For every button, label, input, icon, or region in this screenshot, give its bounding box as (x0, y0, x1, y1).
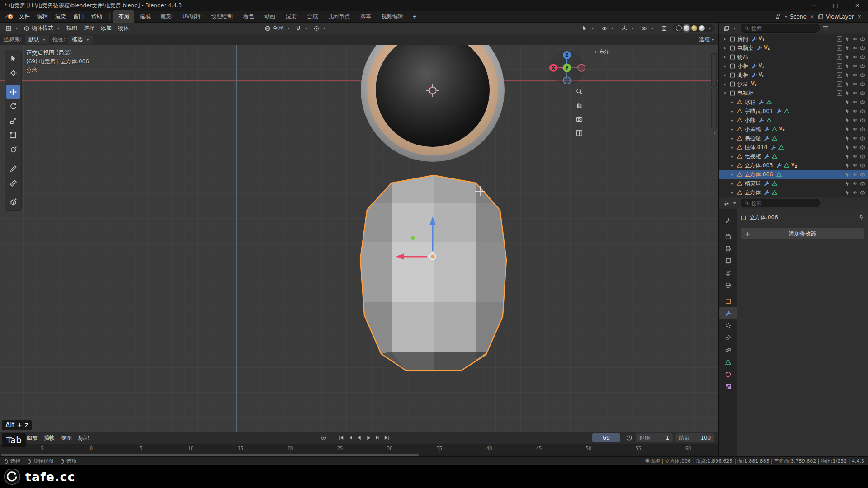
overlays-toggle[interactable] (639, 24, 656, 33)
workspace-tab[interactable]: 动画 (259, 10, 280, 23)
expand-icon[interactable]: ▸ (730, 136, 735, 141)
workspace-tab[interactable]: 渲染 (281, 10, 302, 23)
tool-move[interactable] (6, 85, 20, 99)
expand-icon[interactable]: ▸ (722, 55, 727, 59)
add-workspace-button[interactable]: + (409, 12, 420, 22)
scene-selector[interactable]: Scene (790, 14, 807, 20)
outliner-row[interactable]: ▸房间V1✓ (719, 34, 868, 43)
workspace-tab[interactable]: 纹理绘制 (206, 10, 238, 23)
selected-object-barrel[interactable] (360, 175, 506, 371)
render-visibility-icon[interactable] (860, 136, 865, 141)
hide-toggle-icon[interactable] (852, 127, 858, 132)
workspace-tab[interactable]: 视频编辑 (377, 10, 408, 23)
properties-tab-particles[interactable] (719, 319, 737, 332)
render-visibility-icon[interactable] (860, 108, 865, 114)
render-visibility-icon[interactable] (860, 54, 865, 60)
properties-tab-texture[interactable] (719, 380, 737, 393)
expand-icon[interactable]: ▸ (730, 127, 735, 131)
keying-clock-button[interactable] (625, 433, 634, 442)
workspace-tab[interactable]: 着色 (238, 10, 259, 23)
expand-icon[interactable]: ▸ (722, 37, 727, 41)
selectable-toggle-icon[interactable] (844, 63, 850, 69)
add-modifier-button[interactable]: + 添加修改器 (741, 228, 864, 239)
pan-hand-button[interactable] (578, 103, 581, 108)
selectable-toggle-icon[interactable] (844, 45, 850, 51)
expand-icon[interactable]: ▸ (722, 46, 727, 50)
selectable-toggle-icon[interactable] (844, 127, 850, 132)
tool-annotate[interactable] (6, 162, 20, 175)
outliner-row[interactable]: ▸宇航员.001 (719, 107, 868, 116)
properties-editor-type-button[interactable] (722, 199, 738, 207)
transform-orientation-selector[interactable]: 全局 (263, 23, 292, 33)
expand-icon[interactable]: ▸ (730, 100, 735, 104)
properties-tab-material[interactable] (719, 368, 737, 380)
jump-end-button[interactable] (382, 433, 391, 442)
render-visibility-icon[interactable] (860, 63, 865, 69)
collection-checkbox[interactable]: ✓ (837, 45, 842, 51)
play-reverse-button[interactable] (355, 433, 363, 442)
visibility-dropdown[interactable] (599, 24, 616, 33)
hide-toggle-icon[interactable] (852, 54, 858, 60)
outliner-row[interactable]: ▸沙发V7✓ (719, 80, 868, 89)
hide-toggle-icon[interactable] (852, 181, 858, 186)
rendered-shading-button[interactable] (699, 25, 705, 31)
outliner-row[interactable]: ▾电视柜✓ (719, 89, 868, 98)
snap-toggle[interactable] (293, 24, 310, 33)
selectable-toggle-icon[interactable] (844, 90, 850, 96)
render-visibility-icon[interactable] (860, 154, 865, 159)
workspace-tab[interactable]: UV编辑 (177, 10, 206, 23)
render-visibility-icon[interactable] (860, 81, 865, 87)
collection-checkbox[interactable]: ✓ (837, 54, 842, 60)
properties-tab-modifiers[interactable] (719, 307, 737, 319)
render-visibility-icon[interactable] (860, 163, 865, 168)
viewport-menu-视图[interactable]: 视图 (63, 23, 80, 33)
properties-tab-physics[interactable] (719, 332, 737, 344)
hide-toggle-icon[interactable] (852, 117, 858, 123)
navigation-gizmo[interactable]: Z X Y (549, 51, 585, 85)
camera-view-button[interactable] (577, 117, 582, 121)
properties-tab-scene[interactable] (719, 267, 737, 279)
outliner-row[interactable]: ▸电脑桌V6✓ (719, 43, 868, 52)
selectable-toggle-icon[interactable] (844, 36, 850, 42)
xray-toggle[interactable] (659, 24, 669, 33)
auto-key-toggle[interactable] (319, 433, 328, 442)
collection-checkbox[interactable]: ✓ (837, 63, 842, 69)
frame-start-field[interactable]: 起始 1 (636, 433, 673, 442)
render-visibility-icon[interactable] (860, 181, 865, 186)
workspace-tab[interactable]: 布局 (113, 10, 134, 23)
mode-selector[interactable]: 物体模式 (22, 23, 61, 33)
tool-select-box[interactable] (6, 52, 20, 65)
menu-帮助[interactable]: 帮助 (88, 11, 106, 22)
outliner-row[interactable]: ▸高柜V0✓ (719, 70, 868, 80)
hide-toggle-icon[interactable] (852, 63, 858, 69)
render-visibility-icon[interactable] (860, 36, 865, 42)
selectable-toggle-icon[interactable] (844, 145, 850, 150)
hide-toggle-icon[interactable] (852, 136, 858, 141)
selectability-dropdown[interactable] (580, 24, 596, 33)
expand-icon[interactable]: ▸ (730, 118, 735, 122)
menu-窗口[interactable]: 窗口 (70, 11, 88, 22)
render-visibility-icon[interactable] (860, 127, 865, 132)
hide-toggle-icon[interactable] (852, 90, 858, 96)
material-shading-button[interactable] (691, 25, 697, 31)
unlink-scene-icon[interactable]: × (809, 14, 815, 20)
outliner-search-input[interactable] (751, 25, 816, 32)
wireframe-shading-button[interactable] (676, 25, 682, 31)
selectable-toggle-icon[interactable] (844, 163, 850, 168)
collection-checkbox[interactable]: ✓ (837, 81, 842, 87)
coord-system-dropdown[interactable]: 默认 (24, 35, 50, 44)
window-close-button[interactable]: × (846, 0, 868, 11)
collection-checkbox[interactable]: ✓ (837, 72, 842, 78)
tool-scale[interactable] (6, 114, 20, 127)
remove-view-layer-icon[interactable]: × (856, 14, 863, 20)
expand-icon[interactable]: ▸ (730, 190, 735, 195)
expand-icon[interactable]: ▸ (722, 82, 727, 86)
properties-tab-view-layer[interactable] (719, 255, 737, 267)
render-visibility-icon[interactable] (860, 190, 865, 195)
selectable-toggle-icon[interactable] (844, 117, 850, 123)
hide-toggle-icon[interactable] (852, 45, 858, 51)
window-maximize-button[interactable]: □ (825, 0, 846, 11)
expand-icon[interactable]: ▸ (730, 163, 735, 168)
menu-文件[interactable]: 文件 (15, 11, 33, 22)
proportional-edit-toggle[interactable] (311, 24, 328, 33)
